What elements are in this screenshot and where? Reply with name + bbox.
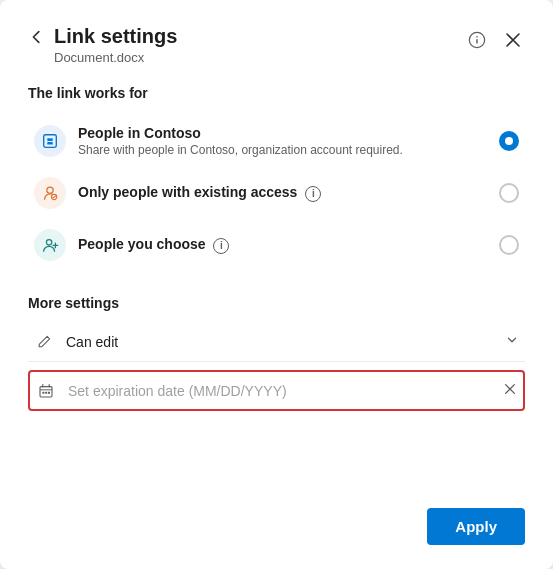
contoso-text: People in Contoso Share with people in C… xyxy=(78,125,499,157)
svg-rect-4 xyxy=(47,138,50,141)
link-works-for-label: The link works for xyxy=(28,85,525,101)
svg-rect-5 xyxy=(50,138,53,141)
choose-icon-bg xyxy=(34,229,66,261)
header-actions xyxy=(465,28,525,52)
svg-rect-6 xyxy=(47,142,50,145)
contoso-sub-label: Share with people in Contoso, organizati… xyxy=(78,143,499,157)
info-icon xyxy=(468,31,486,49)
building-icon xyxy=(41,132,59,150)
chevron-down-icon xyxy=(505,333,519,351)
existing-main-label: Only people with existing access i xyxy=(78,184,499,202)
calendar-icon xyxy=(36,383,56,399)
svg-rect-11 xyxy=(40,386,52,396)
close-button[interactable] xyxy=(501,28,525,52)
close-icon xyxy=(505,32,521,48)
back-button[interactable] xyxy=(28,26,54,48)
radio-item-choose[interactable]: People you choose i xyxy=(28,219,525,271)
link-settings-dialog: Link settings Document.docx The link wor… xyxy=(0,0,553,569)
radio-group: People in Contoso Share with people in C… xyxy=(28,115,525,271)
person-add-icon xyxy=(41,236,59,254)
contoso-icon-bg xyxy=(34,125,66,157)
svg-rect-12 xyxy=(42,391,44,393)
svg-point-8 xyxy=(47,187,53,193)
svg-point-2 xyxy=(476,36,478,38)
pencil-icon xyxy=(34,334,54,350)
more-settings-label: More settings xyxy=(28,295,525,311)
radio-existing-control[interactable] xyxy=(499,183,519,203)
expiration-date-row[interactable]: Set expiration date (MM/DD/YYYY) xyxy=(28,370,525,411)
expiration-date-placeholder: Set expiration date (MM/DD/YYYY) xyxy=(68,383,503,399)
radio-item-existing[interactable]: Only people with existing access i xyxy=(28,167,525,219)
existing-info-icon: i xyxy=(305,186,321,202)
choose-info-icon: i xyxy=(213,238,229,254)
svg-rect-13 xyxy=(45,391,47,393)
svg-rect-14 xyxy=(48,391,50,393)
dialog-header: Link settings Document.docx xyxy=(28,24,525,65)
dialog-title: Link settings xyxy=(54,24,465,48)
existing-text: Only people with existing access i xyxy=(78,184,499,202)
dialog-subtitle: Document.docx xyxy=(54,50,465,65)
dialog-footer: Apply xyxy=(28,488,525,545)
svg-rect-1 xyxy=(476,39,477,44)
person-badge-icon xyxy=(41,184,59,202)
expiration-close-icon[interactable] xyxy=(503,382,517,399)
info-button[interactable] xyxy=(465,28,489,52)
svg-rect-7 xyxy=(50,142,53,145)
can-edit-label: Can edit xyxy=(66,334,505,350)
radio-choose-control[interactable] xyxy=(499,235,519,255)
header-text: Link settings Document.docx xyxy=(54,24,465,65)
radio-item-contoso[interactable]: People in Contoso Share with people in C… xyxy=(28,115,525,167)
apply-button[interactable]: Apply xyxy=(427,508,525,545)
choose-text: People you choose i xyxy=(78,236,499,254)
back-icon xyxy=(28,28,46,46)
radio-contoso-control[interactable] xyxy=(499,131,519,151)
can-edit-row[interactable]: Can edit xyxy=(28,323,525,362)
svg-rect-3 xyxy=(44,135,57,148)
choose-main-label: People you choose i xyxy=(78,236,499,254)
svg-point-10 xyxy=(46,240,51,245)
existing-icon-bg xyxy=(34,177,66,209)
contoso-main-label: People in Contoso xyxy=(78,125,499,141)
